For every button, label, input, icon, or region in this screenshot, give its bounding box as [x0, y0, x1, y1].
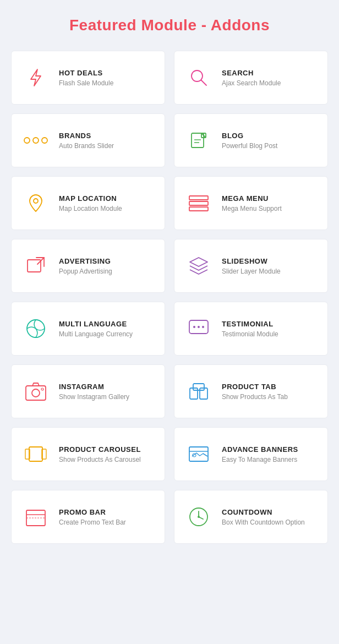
svg-line-2: [201, 80, 207, 86]
module-card-instagram[interactable]: INSTAGRAMShow Instagram Gallery: [11, 364, 165, 418]
brands-title: BRANDS: [59, 132, 114, 140]
svg-rect-11: [189, 196, 208, 200]
promo-bar-icon: [21, 503, 50, 531]
search-title: SEARCH: [222, 69, 281, 77]
module-card-blog[interactable]: BLOGPowerful Blog Post: [174, 113, 328, 167]
map-location-subtitle: Map Location Module: [59, 205, 122, 212]
module-card-advance-banners[interactable]: ADVANCE BANNERSEasy To Manage Banners: [174, 427, 328, 481]
advertising-subtitle: Popup Advertising: [59, 268, 112, 275]
multi-language-title: MULTI LANGUAGE: [59, 320, 133, 328]
svg-rect-12: [189, 201, 208, 205]
multi-language-subtitle: Multi Language Currency: [59, 330, 133, 338]
module-card-slideshow[interactable]: SLIDESHOWSlider Layer Module: [174, 239, 328, 293]
modules-grid: HOT DEALSFlash Sale Module SEARCHAjax Se…: [11, 51, 328, 544]
search-icon: [184, 63, 213, 92]
page-title: Featured Module - Addons: [11, 17, 328, 34]
module-card-map-location[interactable]: MAP LOCATIONMap Location Module: [11, 176, 165, 230]
module-card-hot-deals[interactable]: HOT DEALSFlash Sale Module: [11, 51, 165, 105]
hot-deals-title: HOT DEALS: [59, 69, 113, 77]
advance-banners-title: ADVANCE BANNERS: [222, 445, 298, 454]
advance-banners-icon: [184, 440, 213, 468]
slideshow-title: SLIDESHOW: [222, 257, 281, 265]
svg-point-5: [42, 138, 47, 143]
svg-point-40: [198, 516, 200, 518]
module-card-multi-language[interactable]: MULTI LANGUAGEMulti Language Currency: [11, 302, 165, 356]
advertising-icon: [21, 252, 50, 280]
testimonial-title: TESTIMONIAL: [222, 320, 278, 328]
svg-rect-31: [189, 447, 208, 461]
module-card-mega-menu[interactable]: MEGA MENUMega Menu Support: [174, 176, 328, 230]
svg-marker-16: [190, 258, 207, 266]
map-location-title: MAP LOCATION: [59, 194, 122, 203]
product-carousel-subtitle: Show Products As Carousel: [59, 456, 141, 463]
slideshow-subtitle: Slider Layer Module: [222, 268, 281, 275]
blog-icon: [184, 126, 213, 155]
svg-rect-14: [28, 260, 41, 272]
testimonial-subtitle: Testimonial Module: [222, 330, 278, 338]
instagram-subtitle: Show Instagram Gallery: [59, 393, 129, 401]
search-subtitle: Ajax Search Module: [222, 79, 281, 87]
mega-menu-title: MEGA MENU: [222, 194, 282, 203]
instagram-title: INSTAGRAM: [59, 383, 129, 391]
countdown-icon: [184, 503, 213, 531]
product-carousel-icon: [21, 440, 50, 468]
instagram-icon: [21, 377, 50, 406]
brands-icon: [21, 126, 50, 155]
svg-point-10: [34, 199, 38, 203]
module-card-countdown[interactable]: COUNTDOWNBox With Countdown Option: [174, 490, 328, 544]
module-card-promo-bar[interactable]: PROMO BARCreate Promo Text Bar: [11, 490, 165, 544]
svg-marker-0: [31, 69, 41, 86]
product-tab-subtitle: Show Products As Tab: [222, 393, 288, 401]
svg-rect-28: [29, 447, 42, 461]
svg-point-3: [24, 138, 30, 143]
hot-deals-icon: [21, 63, 50, 92]
module-card-search[interactable]: SEARCHAjax Search Module: [174, 51, 328, 105]
product-tab-title: PRODUCT TAB: [222, 383, 288, 391]
module-card-advertising[interactable]: ADVERTISINGPopup Advertising: [11, 239, 165, 293]
module-card-brands[interactable]: BRANDSAuto Brands Slider: [11, 113, 165, 167]
advertising-title: ADVERTISING: [59, 257, 112, 265]
slideshow-icon: [184, 252, 213, 280]
product-carousel-title: PRODUCT CAROUSEL: [59, 445, 141, 454]
promo-bar-title: PROMO BAR: [59, 508, 126, 516]
blog-title: BLOG: [222, 132, 277, 140]
module-card-product-carousel[interactable]: PRODUCT CAROUSELShow Products As Carouse…: [11, 427, 165, 481]
advance-banners-subtitle: Easy To Manage Banners: [222, 456, 298, 463]
hot-deals-subtitle: Flash Sale Module: [59, 79, 113, 87]
product-tab-icon: [184, 377, 213, 406]
svg-point-20: [198, 326, 200, 328]
countdown-subtitle: Box With Countdown Option: [222, 519, 305, 526]
map-location-icon: [21, 189, 50, 217]
brands-subtitle: Auto Brands Slider: [59, 142, 114, 150]
mega-menu-icon: [184, 189, 213, 217]
blog-subtitle: Powerful Blog Post: [222, 142, 277, 150]
multi-language-icon: [21, 314, 50, 343]
svg-point-21: [202, 326, 204, 328]
svg-point-23: [32, 389, 40, 397]
svg-point-24: [41, 388, 43, 390]
module-card-product-tab[interactable]: PRODUCT TABShow Products As Tab: [174, 364, 328, 418]
countdown-title: COUNTDOWN: [222, 508, 305, 516]
promo-bar-subtitle: Create Promo Text Bar: [59, 519, 126, 526]
svg-point-4: [33, 138, 39, 143]
svg-point-19: [193, 326, 195, 328]
testimonial-icon: [184, 314, 213, 343]
svg-rect-13: [189, 207, 208, 211]
module-card-testimonial[interactable]: TESTIMONIALTestimonial Module: [174, 302, 328, 356]
svg-rect-27: [193, 384, 204, 390]
mega-menu-subtitle: Mega Menu Support: [222, 205, 282, 212]
